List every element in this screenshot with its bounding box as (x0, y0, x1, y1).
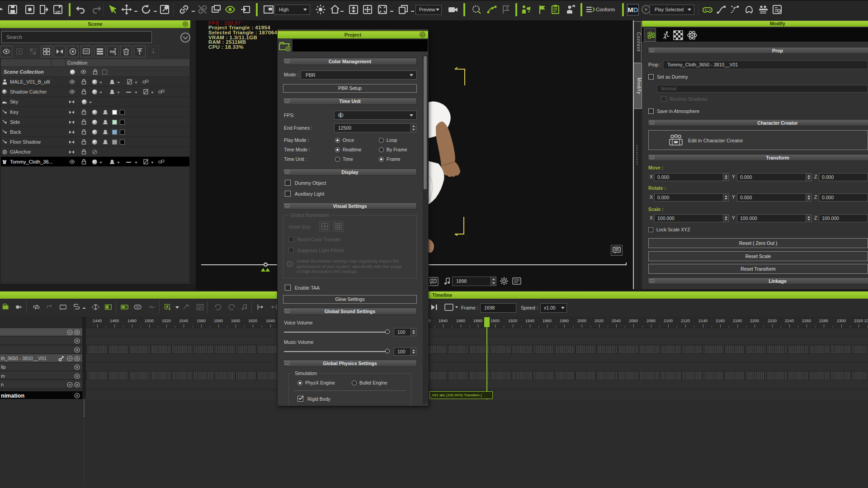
svg-text:VIP: VIP (55, 10, 61, 14)
svg-text:RB: RB (110, 50, 115, 54)
